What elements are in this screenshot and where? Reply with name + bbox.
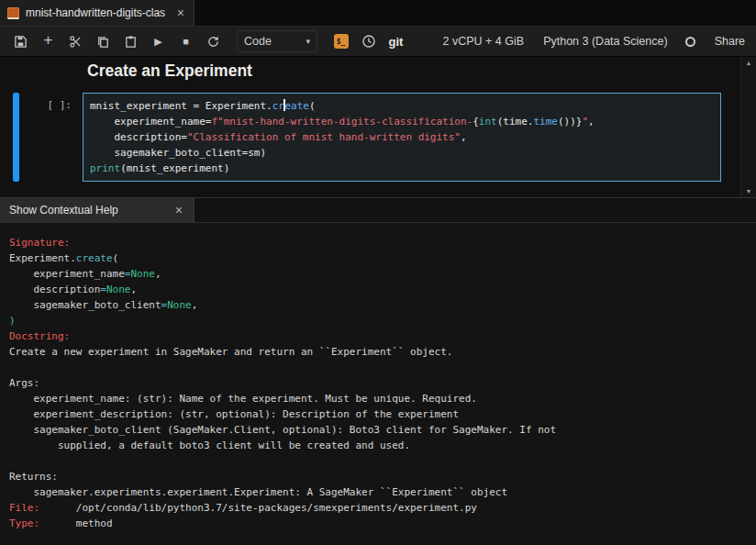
git-button[interactable]: git	[384, 30, 407, 53]
cell-type-value: Code	[244, 35, 272, 48]
kernel-name-button[interactable]: Python 3 (Data Science)	[543, 35, 668, 48]
token-str: f"mnist-hand-written-digits-classificati…	[211, 116, 472, 128]
interrupt-kernel-button[interactable]: ■	[174, 30, 197, 53]
code-line: experiment_name=f"mnist-hand-written-dig…	[90, 114, 714, 129]
save-button[interactable]	[9, 30, 32, 53]
token-fn: eate	[284, 100, 309, 112]
token-builtin: int	[479, 116, 497, 128]
token-cyan: =	[100, 284, 106, 295]
help-line	[9, 360, 747, 375]
notebook-panel: Create an Experiment [ ]: mnist_experime…	[0, 57, 756, 197]
help-line	[9, 453, 747, 469]
run-cell-button[interactable]: ▶	[147, 30, 170, 53]
contextual-help-tab[interactable]: Show Contextual Help ×	[0, 198, 195, 222]
help-tab-close-icon[interactable]: ×	[173, 204, 184, 217]
help-line: Create a new experiment in SageMaker and…	[9, 344, 747, 360]
save-icon	[14, 35, 28, 49]
copy-icon	[96, 35, 110, 49]
help-line: Returns:	[9, 469, 747, 484]
help-line: sagemaker.experiments.experiment.Experim…	[9, 484, 747, 500]
code-line: description="Classification of mnist han…	[90, 129, 714, 145]
insert-cell-button[interactable]: +	[37, 30, 60, 53]
help-line: )	[9, 313, 747, 328]
help-line: File: /opt/conda/lib/python3.7/site-pack…	[9, 500, 747, 516]
terminal-icon: $_	[334, 34, 349, 49]
help-line: Args:	[9, 375, 747, 391]
cut-cells-button[interactable]	[64, 30, 87, 53]
restart-kernel-button[interactable]	[202, 30, 225, 53]
paste-cells-button[interactable]	[119, 30, 142, 53]
cell-type-dropdown[interactable]: Code ▾	[237, 30, 317, 52]
token-green: None	[167, 299, 192, 311]
token-fn: time	[533, 116, 558, 128]
help-line: experiment_name: (str): Name of the expe…	[9, 391, 747, 406]
instance-type-button[interactable]: 2 vCPU + 4 GiB	[443, 35, 525, 48]
token-green: None	[130, 268, 155, 280]
run-icon: ▶	[154, 36, 161, 48]
help-lines: Signature:Experiment.create( experiment_…	[9, 235, 747, 531]
chevron-down-icon: ▾	[306, 37, 310, 46]
clock-icon	[361, 34, 376, 49]
notebook-icon	[7, 7, 19, 19]
scroll-down-icon[interactable]: ▼	[741, 188, 756, 195]
code-cell-row: [ ]: mnist_experiment = Experiment.creat…	[13, 93, 721, 182]
tab-close-icon[interactable]: ×	[175, 6, 186, 19]
notebook-scrollbar[interactable]: ▲ ▼	[740, 57, 756, 197]
code-line: sagemaker_boto_client=sm)	[90, 145, 714, 161]
token-red: File:	[9, 502, 39, 514]
stop-icon: ■	[183, 36, 189, 47]
git-icon: git	[389, 35, 404, 49]
help-line: experiment_description: (str, optional):…	[9, 406, 747, 422]
scissors-icon	[69, 35, 83, 49]
contextual-help-content: Signature:Experiment.create( experiment_…	[0, 223, 756, 545]
jupyterlab-window: mnist-handwritten-digits-clas × + ▶ ■	[0, 0, 756, 545]
restart-icon	[206, 35, 220, 49]
share-button[interactable]: Share	[715, 35, 745, 48]
code-lines: mnist_experiment = Experiment.create( ex…	[83, 94, 720, 181]
cell-prompt: [ ]:	[19, 93, 83, 182]
notebook-toolbar: + ▶ ■ Code ▾ $_ git	[0, 27, 756, 57]
token-builtin: print	[90, 162, 120, 174]
help-line: Type: method	[9, 516, 747, 531]
notebook-tab-title: mnist-handwritten-digits-clas	[26, 6, 169, 19]
help-tab-bar: Show Contextual Help ×	[0, 198, 756, 223]
help-line: Experiment.create(	[9, 250, 747, 266]
help-line: Signature:	[9, 235, 747, 250]
help-line: sagemaker_boto_client=None,	[9, 297, 747, 313]
code-cell-editor[interactable]: mnist_experiment = Experiment.create( ex…	[83, 93, 721, 182]
help-line: sagemaker_boto_client (SageMaker.Client,…	[9, 422, 747, 438]
token-str: "Classification of mnist hand-written di…	[187, 131, 461, 143]
kernel-status-icon	[685, 37, 695, 47]
token-red: Docstring:	[9, 330, 70, 342]
help-line: experiment_name=None,	[9, 266, 747, 282]
notebook-tab[interactable]: mnist-handwritten-digits-clas ×	[0, 0, 195, 26]
help-line: description=None,	[9, 282, 747, 297]
help-line: Docstring:	[9, 328, 747, 344]
main-tab-bar: mnist-handwritten-digits-clas ×	[0, 0, 756, 27]
checkpoint-button[interactable]	[357, 30, 380, 53]
markdown-heading: Create an Experiment	[87, 61, 721, 81]
token-cyan: create	[76, 252, 113, 264]
plus-icon: +	[44, 31, 53, 50]
launch-terminal-button[interactable]: $_	[329, 30, 352, 53]
help-tab-title: Show Contextual Help	[9, 204, 166, 217]
copy-cells-button[interactable]	[92, 30, 115, 53]
paste-icon	[124, 35, 138, 49]
token-red: Signature:	[9, 237, 70, 249]
code-line: mnist_experiment = Experiment.create(	[90, 98, 714, 114]
token-fn: cr	[272, 100, 284, 112]
token-cyan: )	[9, 315, 16, 327]
help-line: supplied, a default boto3 client will be…	[9, 438, 747, 453]
cell-collapser[interactable]	[13, 93, 19, 182]
scroll-up-icon[interactable]: ▲	[741, 60, 756, 66]
contextual-help-panel: Show Contextual Help × Signature:Experim…	[0, 197, 756, 545]
token-red: Type:	[9, 517, 39, 529]
token-green: None	[106, 284, 131, 295]
code-line: print(mnist_experiment)	[90, 161, 714, 176]
